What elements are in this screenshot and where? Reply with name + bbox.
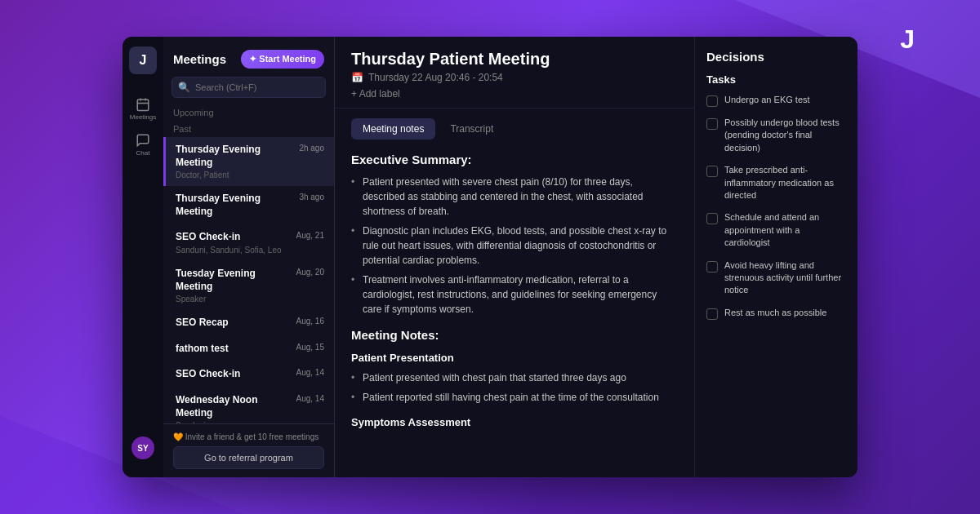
task-item: Possibly undergo blood tests (pending do… bbox=[706, 117, 846, 154]
task-checkbox-cardiologist[interactable] bbox=[706, 213, 718, 224]
task-item: Undergo an EKG test bbox=[706, 94, 846, 107]
start-meeting-button[interactable]: ✦ Start Meeting bbox=[241, 50, 324, 69]
meeting-list-item[interactable]: Thursday Evening Meeting 3h ago bbox=[163, 186, 334, 224]
upcoming-label: Upcoming bbox=[163, 104, 334, 121]
add-label-text: + Add label bbox=[351, 88, 400, 100]
executive-bullets: Patient presented with severe chest pain… bbox=[351, 175, 678, 317]
meeting-date-row: 📅 Thursday 22 Aug 20:46 - 20:54 bbox=[351, 72, 678, 83]
decisions-panel: Decisions Tasks Undergo an EKG test Poss… bbox=[694, 37, 858, 477]
task-text-ekg: Undergo an EKG test bbox=[724, 94, 810, 106]
meetings-label: Meetings bbox=[130, 113, 156, 121]
sidebar-logo[interactable]: J bbox=[129, 47, 157, 74]
meetings-list: Thursday Evening Meeting 2h ago Doctor, … bbox=[163, 137, 334, 423]
main-content: Thursday Patient Meeting 📅 Thursday 22 A… bbox=[335, 37, 694, 477]
meeting-date: Thursday 22 Aug 20:46 - 20:54 bbox=[368, 72, 503, 83]
meeting-item-time: Aug, 14 bbox=[296, 368, 324, 377]
meeting-list-item[interactable]: fathom test Aug, 15 bbox=[163, 336, 334, 362]
task-text-antiinflam: Take prescribed anti-inflammatory medica… bbox=[724, 164, 846, 202]
task-checkbox-blood[interactable] bbox=[706, 118, 718, 130]
task-item: Avoid heavy lifting and strenuous activi… bbox=[706, 259, 846, 297]
meeting-item-participants: Speaker bbox=[176, 295, 324, 304]
task-text-cardiologist: Schedule and attend an appointment with … bbox=[724, 211, 846, 249]
app-logo-outside: J bbox=[900, 24, 915, 55]
add-label-button[interactable]: + Add label bbox=[351, 88, 678, 100]
sidebar-item-meetings[interactable]: Meetings bbox=[128, 94, 158, 123]
meeting-item-name: SEO Recap bbox=[176, 317, 293, 330]
executive-bullet-item: Patient presented with severe chest pain… bbox=[351, 175, 678, 219]
meeting-list-item[interactable]: Thursday Evening Meeting 2h ago Doctor, … bbox=[163, 137, 334, 186]
tabs-row: Meeting notesTranscript bbox=[335, 109, 694, 140]
meeting-list-item[interactable]: SEO Check-in Aug, 14 bbox=[163, 361, 334, 388]
meeting-item-participants: Doctor, Patient bbox=[176, 171, 324, 179]
meeting-item-name: SEO Check-in bbox=[176, 231, 293, 244]
meeting-list-item[interactable]: Wednesday Noon Meeting Aug, 14 Sanduni bbox=[163, 388, 334, 423]
patient-presentation-heading: Patient Presentation bbox=[351, 352, 678, 364]
meeting-item-name: fathom test bbox=[176, 343, 293, 356]
meetings-panel: Meetings ✦ Start Meeting 🔍 Upcoming Past… bbox=[163, 37, 335, 477]
main-body: Executive Summary: Patient presented wit… bbox=[335, 140, 694, 477]
meeting-item-time: Aug, 20 bbox=[296, 268, 324, 277]
patient-bullet-item: Patient reported still having chest pain… bbox=[351, 390, 678, 405]
meeting-item-name: Tuesday Evening Meeting bbox=[176, 268, 293, 293]
referral-button[interactable]: Go to referral program bbox=[173, 446, 324, 469]
task-item: Take prescribed anti-inflammatory medica… bbox=[706, 164, 846, 202]
tasks-title: Tasks bbox=[706, 73, 846, 86]
task-text-rest: Rest as much as possible bbox=[724, 307, 826, 319]
task-checkbox-ekg[interactable] bbox=[706, 95, 718, 107]
user-avatar[interactable]: SY bbox=[131, 436, 154, 459]
tab-meeting-notes[interactable]: Meeting notes bbox=[351, 118, 435, 140]
icon-sidebar: J Meetings Chat SY bbox=[122, 37, 163, 477]
search-icon: 🔍 bbox=[178, 82, 190, 93]
past-label: Past bbox=[163, 121, 334, 137]
meeting-list-item[interactable]: SEO Recap Aug, 16 bbox=[163, 310, 334, 336]
meeting-item-time: Aug, 15 bbox=[296, 343, 324, 352]
chat-label: Chat bbox=[136, 149, 150, 157]
calendar-icon: 📅 bbox=[351, 72, 363, 83]
meeting-list-item[interactable]: SEO Check-in Aug, 21 Sanduni, Sanduni, S… bbox=[163, 224, 334, 261]
executive-summary-heading: Executive Summary: bbox=[351, 153, 678, 166]
patient-bullets: Patient presented with chest pain that s… bbox=[351, 370, 678, 405]
task-checkbox-lifting[interactable] bbox=[706, 261, 718, 273]
meeting-item-time: 3h ago bbox=[299, 193, 324, 202]
tasks-list: Undergo an EKG test Possibly undergo blo… bbox=[706, 94, 846, 320]
task-checkbox-rest[interactable] bbox=[706, 308, 718, 320]
meeting-item-participants: Sanduni, Sanduni, Sofia, Leo bbox=[176, 246, 324, 255]
task-text-lifting: Avoid heavy lifting and strenuous activi… bbox=[724, 259, 846, 297]
search-box: 🔍 bbox=[172, 77, 326, 98]
meeting-item-name: SEO Check-in bbox=[176, 368, 293, 381]
meeting-item-name: Thursday Evening Meeting bbox=[176, 144, 296, 169]
meeting-item-time: Aug, 14 bbox=[296, 394, 324, 403]
task-item: Rest as much as possible bbox=[706, 307, 846, 320]
meeting-item-time: 2h ago bbox=[299, 144, 324, 153]
executive-bullet-item: Treatment involves anti-inflammatory med… bbox=[351, 273, 678, 317]
decisions-title: Decisions bbox=[706, 50, 846, 64]
task-checkbox-antiinflam[interactable] bbox=[706, 166, 718, 177]
meeting-item-name: Thursday Evening Meeting bbox=[176, 193, 296, 218]
task-text-blood: Possibly undergo blood tests (pending do… bbox=[724, 117, 846, 154]
meeting-list-item[interactable]: Tuesday Evening Meeting Aug, 20 Speaker bbox=[163, 261, 334, 310]
svg-rect-0 bbox=[137, 100, 149, 111]
tab-transcript[interactable]: Transcript bbox=[439, 118, 505, 140]
meetings-footer: 🧡 Invite a friend & get 10 free meetings… bbox=[163, 423, 334, 477]
app-container: J Meetings Chat SY Meetings ✦ Start Meet… bbox=[122, 37, 858, 477]
meetings-header: Meetings ✦ Start Meeting bbox=[163, 37, 334, 77]
executive-bullet-item: Diagnostic plan includes EKG, blood test… bbox=[351, 224, 678, 268]
meetings-panel-title: Meetings bbox=[173, 52, 226, 66]
symptoms-heading: Symptoms Assessment bbox=[351, 416, 678, 428]
meeting-item-name: Wednesday Noon Meeting bbox=[176, 394, 293, 419]
meeting-notes-heading: Meeting Notes: bbox=[351, 328, 678, 342]
task-item: Schedule and attend an appointment with … bbox=[706, 211, 846, 249]
meeting-main-title: Thursday Patient Meeting bbox=[351, 50, 678, 69]
referral-text: 🧡 Invite a friend & get 10 free meetings bbox=[173, 432, 324, 441]
meeting-item-time: Aug, 21 bbox=[296, 231, 324, 240]
meeting-item-time: Aug, 16 bbox=[296, 317, 324, 326]
sidebar-item-chat[interactable]: Chat bbox=[128, 130, 158, 159]
patient-bullet-item: Patient presented with chest pain that s… bbox=[351, 370, 678, 385]
main-header: Thursday Patient Meeting 📅 Thursday 22 A… bbox=[335, 37, 694, 109]
search-input[interactable] bbox=[172, 77, 326, 98]
